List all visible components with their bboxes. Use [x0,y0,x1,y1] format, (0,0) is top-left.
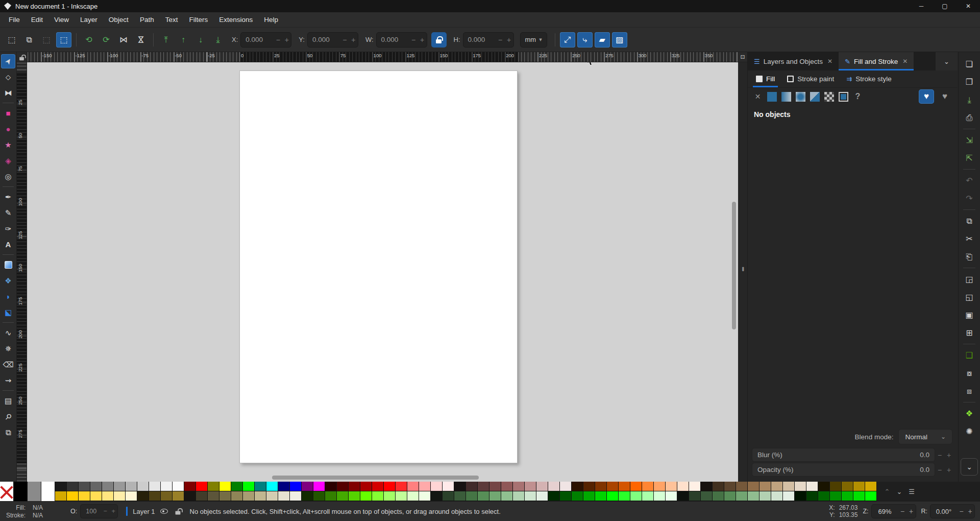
vertical-ruler[interactable]: 255075100125150175200225250275 [17,62,27,482]
zoom-minus-button[interactable]: − [898,507,907,515]
paint-unknown-button[interactable]: ? [853,92,863,102]
color-swatch[interactable] [642,482,654,491]
color-swatch[interactable] [513,482,525,491]
color-swatch[interactable] [489,491,501,501]
selector-tool[interactable]: ➤ [1,54,15,68]
selection-box-toggle[interactable]: ⬚ [56,32,71,48]
cut-button[interactable]: ✂ [962,231,977,247]
color-swatch[interactable] [865,482,877,491]
color-swatch[interactable] [607,491,619,501]
display-mode-icon[interactable]: ⊡ [738,52,747,62]
color-swatch[interactable] [607,482,619,491]
pen-tool[interactable]: ✒ [1,190,15,204]
color-swatch[interactable] [560,482,572,491]
color-swatch[interactable] [630,482,642,491]
menu-view[interactable]: View [48,14,75,26]
y-minus-button[interactable]: − [340,36,349,44]
spiral-tool[interactable]: ◎ [1,170,15,184]
color-swatch[interactable] [654,491,666,501]
color-swatch[interactable] [231,482,243,491]
rotation-plus-button[interactable]: + [966,507,974,515]
node-tool[interactable]: ⬦ [1,70,15,84]
color-swatch[interactable] [266,482,278,491]
color-swatch[interactable] [90,482,102,491]
color-swatch[interactable] [302,482,313,491]
color-swatch[interactable] [137,491,149,501]
color-swatch[interactable] [219,482,231,491]
h-plus-button[interactable]: + [505,36,513,44]
flip-vertical-button[interactable]: ⋈ [133,32,149,48]
move-patterns-toggle[interactable]: ▨ [612,32,627,48]
color-swatch[interactable] [654,482,666,491]
color-swatch[interactable] [196,482,208,491]
color-swatch[interactable] [184,482,196,491]
color-swatch[interactable] [173,482,184,491]
blur-minus-button[interactable]: − [935,451,944,459]
rectangle-tool[interactable]: ■ [1,106,15,121]
raise-to-top-button[interactable]: ⤒ [158,32,174,48]
color-swatch[interactable] [290,482,302,491]
color-swatch[interactable] [642,491,654,501]
undo-button[interactable]: ↶ [962,173,977,188]
color-swatch[interactable] [102,482,114,491]
pencil-tool[interactable]: ✎ [1,206,15,220]
document-page[interactable] [239,70,518,463]
color-swatch[interactable] [255,482,266,491]
palette-menu-button[interactable]: ☰ [906,486,917,496]
move-gradients-toggle[interactable]: ▰ [595,32,610,48]
color-swatch[interactable] [79,482,90,491]
color-swatch[interactable] [278,482,290,491]
h-minus-button[interactable]: − [496,36,505,44]
color-swatch[interactable] [760,482,771,491]
color-swatch[interactable] [501,482,513,491]
color-swatch[interactable] [736,491,748,501]
measure-tool[interactable]: ▤ [1,394,15,408]
color-swatch[interactable] [818,482,830,491]
color-swatch[interactable] [337,491,349,501]
deselect-button[interactable]: ⬚ [39,32,54,48]
rotate-cw-button[interactable]: ⟳ [99,32,114,48]
color-swatch[interactable] [771,482,783,491]
swatch-black[interactable] [14,482,28,501]
color-swatch[interactable] [208,482,219,491]
color-swatch[interactable] [713,482,724,491]
import-button[interactable]: ⇲ [962,133,977,148]
color-swatch[interactable] [536,491,548,501]
color-swatch[interactable] [396,482,407,491]
close-icon[interactable]: ✕ [902,58,908,65]
color-swatch[interactable] [795,482,806,491]
paint-mesh-button[interactable] [839,92,848,102]
color-swatch[interactable] [689,491,701,501]
x-minus-button[interactable]: − [274,36,282,44]
color-swatch[interactable] [372,482,384,491]
group-button[interactable]: ❖ [962,406,977,421]
color-swatch[interactable] [384,491,396,501]
opacity-slider[interactable]: Opacity (%) 0.0 [752,463,935,477]
blur-slider[interactable]: Blur (%) 0.0 [752,448,935,462]
x-plus-button[interactable]: + [282,36,291,44]
color-swatch[interactable] [783,491,795,501]
open-fill-stroke-button[interactable]: ✺ [962,424,977,439]
color-swatch[interactable] [243,491,255,501]
color-swatch[interactable] [231,491,243,501]
color-swatch[interactable] [290,491,302,501]
zoom-page-button[interactable]: ▣ [962,307,977,323]
color-swatch[interactable] [114,491,126,501]
color-swatch[interactable] [90,491,102,501]
color-swatch[interactable] [137,482,149,491]
paint-pattern-button[interactable] [810,92,820,102]
zoom-center-page-button[interactable]: ⊞ [962,325,977,341]
ruler-lock-corner[interactable] [17,52,27,62]
color-swatch[interactable] [666,491,677,501]
color-swatch[interactable] [713,491,724,501]
subtab-stroke-paint[interactable]: Stroke paint [782,70,839,87]
layer-name[interactable]: Layer 1 [133,508,155,515]
color-swatch[interactable] [806,482,818,491]
y-plus-button[interactable]: + [349,36,358,44]
color-swatch[interactable] [407,482,419,491]
color-swatch[interactable] [466,482,478,491]
color-swatch[interactable] [196,491,208,501]
color-swatch[interactable] [865,491,877,501]
color-swatch[interactable] [548,491,560,501]
menu-edit[interactable]: Edit [26,14,48,26]
